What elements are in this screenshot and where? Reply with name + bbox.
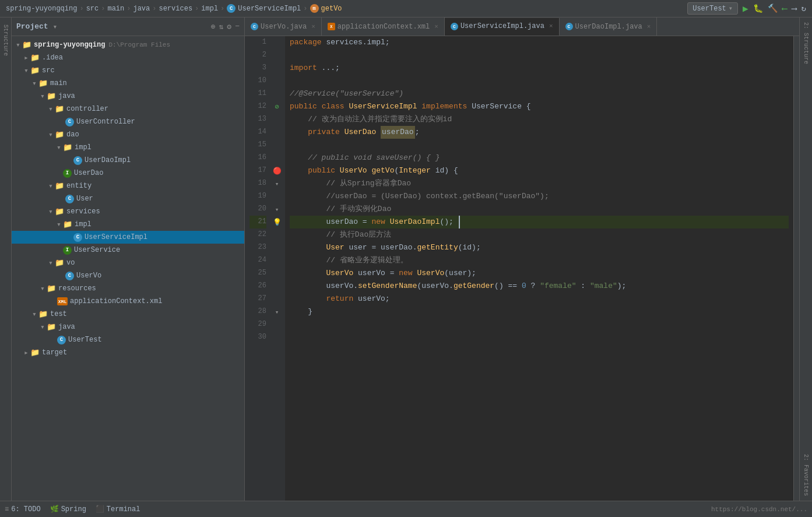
code-line-14: private UserDao userDao ; <box>290 126 789 139</box>
tab-close-appcontext[interactable]: × <box>434 23 438 30</box>
breadcrumb-method-name[interactable]: getVo <box>321 5 342 13</box>
breadcrumb-sep4: › <box>152 5 156 13</box>
folder-icon-services: 📁 <box>55 207 64 216</box>
forward-button[interactable]: ⟶ <box>792 3 796 13</box>
tree-item-services[interactable]: 📁 services <box>12 205 244 218</box>
breadcrumb-services[interactable]: services <box>159 5 192 13</box>
label-uservo: UserVo <box>76 272 101 280</box>
update-button[interactable]: ↻ <box>802 3 806 13</box>
breadcrumb-sep3: › <box>126 5 131 13</box>
cursor-21 <box>454 216 460 228</box>
right-scrollbar[interactable] <box>793 36 799 501</box>
tree-item-idea[interactable]: 📁 .idea <box>12 51 244 64</box>
badge-userdaoimpl: C <box>73 156 82 165</box>
tree-container[interactable]: 📁 spring-yuyongqing D:\Program Files 📁 .… <box>12 36 244 501</box>
gutter-29 <box>271 318 283 331</box>
minimize-icon[interactable]: − <box>235 22 240 31</box>
sync-icon[interactable]: ⊕ <box>211 22 216 31</box>
tab-uservo[interactable]: C UserVo.java × <box>245 17 322 36</box>
breadcrumb-src[interactable]: src <box>86 5 99 13</box>
run-button[interactable]: ▶ <box>743 3 748 15</box>
structure-tab[interactable]: Structure <box>1 20 10 61</box>
gutter-13 <box>271 113 283 126</box>
tree-item-impl-svc[interactable]: 📁 impl <box>12 218 244 231</box>
arrow-services <box>47 207 55 216</box>
terminal-button[interactable]: ⬛ Terminal <box>96 505 140 514</box>
panel-dropdown-icon[interactable]: ▾ <box>53 22 58 31</box>
tree-item-appcontext[interactable]: XML applicationContext.xml <box>12 295 244 308</box>
debug-button[interactable]: 🐛 <box>753 3 763 13</box>
breadcrumb-java[interactable]: java <box>133 5 150 13</box>
tree-item-uservo[interactable]: C UserVo <box>12 269 244 282</box>
arrow-java <box>38 92 47 101</box>
tree-item-resources[interactable]: 📁 resources <box>12 282 244 295</box>
breadcrumb-class-icon: C <box>227 4 235 13</box>
tree-item-userdao[interactable]: I UserDao <box>12 167 244 180</box>
breadcrumb-impl[interactable]: impl <box>201 5 218 13</box>
settings-icon[interactable]: ⚙ <box>227 22 231 31</box>
folder-icon-root: 📁 <box>22 40 31 50</box>
tree-item-usertest[interactable]: C UserTest <box>12 333 244 346</box>
tree-item-main[interactable]: 📁 main <box>12 77 244 90</box>
code-line-18: // 从Spring容器拿Dao <box>290 177 789 190</box>
structure-label-2[interactable]: 2: Structure <box>802 20 810 66</box>
tree-item-dao[interactable]: 📁 dao <box>12 128 244 141</box>
collapse-icon[interactable]: ⇅ <box>219 22 224 31</box>
breadcrumb-sep6: › <box>220 5 224 13</box>
spring-button[interactable]: 🌿 Spring <box>50 505 86 514</box>
tab-close-userserviceimpl[interactable]: × <box>549 23 553 30</box>
plain-14c: ; <box>415 126 420 139</box>
tree-item-user[interactable]: C User <box>12 192 244 205</box>
folder-icon-main: 📁 <box>38 79 48 88</box>
tree-item-test[interactable]: 📁 test <box>12 308 244 321</box>
tree-item-userserviceimpl[interactable]: C UserServiceImpl <box>12 231 244 244</box>
path-root: D:\Program Files <box>108 41 170 48</box>
breadcrumb-project[interactable]: spring-yuyongqing <box>6 5 77 13</box>
breadcrumb-sep1: › <box>79 5 83 13</box>
folder-icon-controller: 📁 <box>55 104 64 114</box>
tree-item-java[interactable]: 📁 java <box>12 90 244 103</box>
tree-item-userdaoimpl[interactable]: C UserDaoImpl <box>12 154 244 167</box>
tab-appcontext[interactable]: X applicationContext.xml × <box>322 17 445 36</box>
label-appcontext: applicationContext.xml <box>70 297 162 305</box>
tab-close-uservo[interactable]: × <box>311 23 315 30</box>
gutter-24 <box>271 254 283 267</box>
gutter-20: ▾ <box>271 203 283 216</box>
back-button[interactable]: ⟵ <box>782 3 787 13</box>
code-editor[interactable]: 1 2 3 10 11 12 13 14 15 16 17 18 19 20 2… <box>245 36 799 501</box>
todo-button[interactable]: ≡ 6: TODO <box>5 505 41 514</box>
tree-item-root[interactable]: 📁 spring-yuyongqing D:\Program Files <box>12 38 244 51</box>
code-content[interactable]: package services.impl; import ...; //@Se… <box>285 36 793 501</box>
method-getentity: getEntity <box>417 241 458 254</box>
project-panel: Project ▾ ⊕ ⇅ ⚙ − 📁 spring-yuyongqing D:… <box>12 17 245 501</box>
breadcrumb-main[interactable]: main <box>107 5 124 13</box>
ln-22: 22 <box>249 228 266 241</box>
plain-3a: ...; <box>317 62 340 75</box>
code-line-10 <box>290 75 789 87</box>
tree-item-usercontroller[interactable]: C UserController <box>12 115 244 128</box>
kw-new-21: new <box>371 216 385 228</box>
tab-userdaoimpl[interactable]: C UserDaoImpl.java × <box>560 17 658 36</box>
tree-item-src[interactable]: 📁 src <box>12 64 244 77</box>
code-line-13: // 改为自动注入并指定需要注入的实例id <box>290 113 789 126</box>
favorites-label[interactable]: 2: Favorites <box>802 452 810 498</box>
build-button[interactable]: 🔨 <box>768 3 778 13</box>
tree-item-controller[interactable]: 📁 controller <box>12 103 244 115</box>
arrow-impl-dao <box>55 143 63 152</box>
tree-item-vo[interactable]: 📁 vo <box>12 256 244 269</box>
breadcrumb-bar: spring-yuyongqing › src › main › java › … <box>0 0 812 17</box>
tree-item-impl-dao[interactable]: 📁 impl <box>12 141 244 154</box>
tree-item-java-test[interactable]: 📁 java <box>12 321 244 333</box>
comment-22: // 执行Dao层方法 <box>326 228 391 241</box>
tree-item-entity[interactable]: 📁 entity <box>12 180 244 192</box>
tree-item-target[interactable]: 📁 target <box>12 346 244 359</box>
gutter-14 <box>271 126 283 139</box>
tree-item-userservice[interactable]: I UserService <box>12 244 244 256</box>
breadcrumb-class-name[interactable]: UserServiceImpl <box>238 5 301 13</box>
tab-close-userdaoimpl[interactable]: × <box>647 23 651 30</box>
bottom-bar: ≡ 6: TODO 🌿 Spring ⬛ Terminal https://bl… <box>0 501 812 517</box>
run-config-dropdown[interactable]: UserTest ▾ <box>687 2 738 15</box>
tab-icon-userdaoimpl: C <box>565 23 573 30</box>
tab-userserviceimpl[interactable]: C UserServiceImpl.java × <box>445 18 560 36</box>
gutter-18: ▾ <box>271 177 283 190</box>
